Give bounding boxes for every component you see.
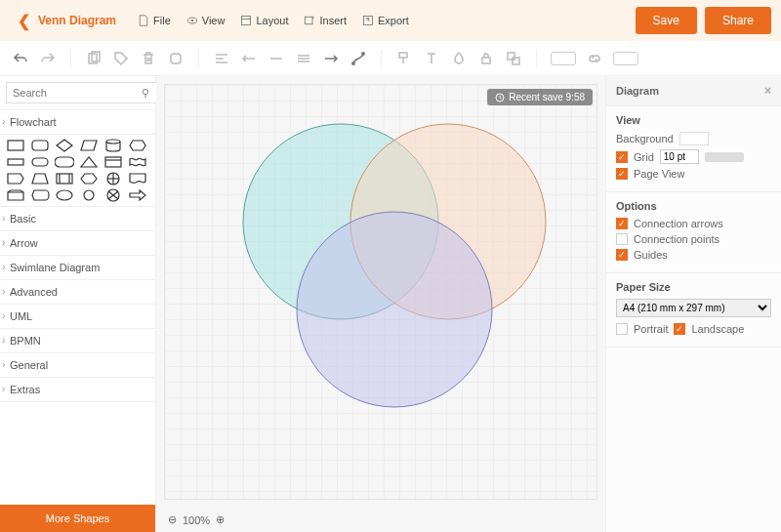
category-uml[interactable]: UML: [0, 305, 155, 329]
svg-rect-24: [8, 141, 23, 150]
shape-triangle[interactable]: [79, 155, 99, 169]
category-advanced[interactable]: Advanced: [0, 280, 155, 305]
menu-file[interactable]: File: [138, 15, 171, 26]
menu-insert[interactable]: Insert: [304, 15, 347, 26]
shape-pentagon[interactable]: [6, 172, 25, 185]
canvas[interactable]: Recent save 9:58: [164, 84, 597, 500]
close-icon[interactable]: ×: [764, 84, 771, 98]
format-paint-icon[interactable]: [395, 50, 413, 67]
toolbar-divider: [381, 50, 382, 67]
canvas-wrap: Recent save 9:58 ⊖ 100% ⊕: [156, 76, 605, 532]
share-button[interactable]: Share: [705, 7, 771, 34]
svg-rect-28: [32, 158, 48, 166]
category-arrow[interactable]: Arrow: [0, 231, 155, 256]
grid-checkbox[interactable]: ✓: [616, 151, 628, 163]
category-basic[interactable]: Basic: [0, 207, 155, 231]
width-box[interactable]: [551, 52, 576, 65]
line-style-icon[interactable]: [295, 50, 312, 67]
category-swimlane[interactable]: Swimlane Diagram: [0, 256, 155, 280]
shape-stadium[interactable]: [55, 155, 74, 169]
guides-label: Guides: [634, 249, 668, 261]
shape-rect[interactable]: [6, 139, 25, 152]
save-button[interactable]: Save: [636, 7, 697, 34]
connection-arrows-checkbox[interactable]: ✓: [616, 218, 628, 229]
shape-icon[interactable]: [167, 50, 185, 67]
guides-checkbox[interactable]: ✓: [616, 249, 628, 261]
shape-document[interactable]: [128, 172, 147, 185]
back-arrow-icon[interactable]: ❮: [10, 12, 38, 30]
shape-hex2[interactable]: [79, 172, 99, 185]
grid-slider[interactable]: [705, 152, 744, 162]
category-label: Extras: [10, 384, 40, 395]
shape-display[interactable]: [30, 188, 50, 202]
shapes-sidebar: ⚲ Flowchart: [0, 76, 156, 532]
shape-cylinder[interactable]: [103, 139, 123, 152]
shape-trapezoid[interactable]: [30, 172, 50, 185]
link-icon[interactable]: [586, 50, 603, 67]
shape-arrow[interactable]: [128, 188, 147, 202]
height-box[interactable]: [613, 52, 638, 65]
shape-rect2[interactable]: [6, 155, 25, 169]
category-bpmn[interactable]: BPMN: [0, 329, 155, 353]
text-icon[interactable]: [423, 50, 440, 67]
shape-hex[interactable]: [128, 139, 147, 152]
shape-x[interactable]: [103, 188, 123, 202]
arrow-left-icon[interactable]: [240, 50, 258, 67]
page-view-checkbox[interactable]: ✓: [616, 168, 628, 180]
shape-tape[interactable]: [128, 155, 147, 169]
zoom-out-icon[interactable]: ⊖: [168, 513, 177, 526]
tag-icon[interactable]: [112, 50, 130, 67]
shape-capsule[interactable]: [30, 155, 50, 169]
shape-plus[interactable]: [103, 172, 123, 185]
more-shapes-button[interactable]: More Shapes: [0, 505, 155, 532]
align-icon[interactable]: [213, 50, 230, 67]
shape-ellipse[interactable]: [55, 188, 74, 202]
menu-layout[interactable]: Layout: [240, 15, 288, 26]
shape-roundrect[interactable]: [30, 139, 50, 152]
opacity-icon[interactable]: [450, 50, 468, 67]
landscape-label: Landscape: [691, 323, 744, 335]
delete-icon[interactable]: [140, 50, 157, 67]
view-heading: View: [616, 114, 771, 126]
group-icon[interactable]: [505, 50, 522, 67]
panel-title: Diagram: [616, 85, 659, 97]
shape-diamond[interactable]: [55, 139, 74, 152]
category-flowchart[interactable]: Flowchart: [0, 110, 155, 135]
document-title: Venn Diagram: [38, 14, 116, 27]
grid-size-input[interactable]: [660, 149, 699, 164]
shapes-palette: [0, 135, 155, 207]
zoom-in-icon[interactable]: ⊕: [216, 513, 225, 526]
shape-parallel[interactable]: [79, 139, 99, 152]
background-row: Background: [616, 132, 771, 145]
page-view-row: ✓ Page View: [616, 168, 771, 180]
shape-manual[interactable]: [6, 188, 25, 202]
connection-points-checkbox[interactable]: [616, 233, 628, 245]
connector-icon[interactable]: [349, 50, 367, 67]
search-input[interactable]: [6, 82, 161, 103]
undo-icon[interactable]: [12, 50, 29, 67]
venn-diagram[interactable]: [204, 104, 575, 436]
arrow-right-icon[interactable]: [322, 50, 340, 67]
connection-points-row: Connection points: [616, 233, 771, 245]
lock-icon[interactable]: [477, 50, 495, 67]
shape-circle[interactable]: [79, 188, 99, 202]
layout-icon: [240, 15, 252, 26]
shape-card[interactable]: [103, 155, 123, 169]
paper-size-select[interactable]: A4 (210 mm x 297 mm): [616, 299, 771, 317]
category-label: Flowchart: [10, 116, 57, 128]
redo-icon[interactable]: [39, 50, 57, 67]
portrait-checkbox[interactable]: [616, 323, 628, 335]
svg-point-19: [362, 52, 364, 54]
shape-double[interactable]: [55, 172, 74, 185]
landscape-checkbox[interactable]: ✓: [674, 323, 685, 335]
toolbar: [0, 41, 781, 76]
venn-circle-c[interactable]: [297, 212, 492, 407]
category-extras[interactable]: Extras: [0, 378, 155, 402]
menu-view[interactable]: View: [186, 15, 226, 26]
svg-point-1: [191, 20, 193, 21]
category-general[interactable]: General: [0, 353, 155, 378]
line-icon[interactable]: [267, 50, 285, 67]
background-swatch[interactable]: [679, 132, 709, 145]
menu-export[interactable]: Export: [362, 15, 409, 26]
copy-icon[interactable]: [85, 50, 103, 67]
